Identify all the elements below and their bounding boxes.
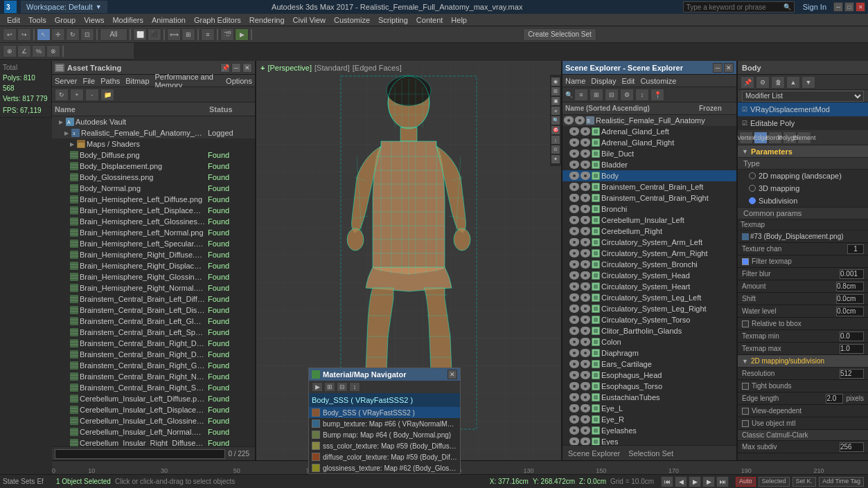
viewport-perspective[interactable]: [Perspective] — [267, 64, 312, 72]
viewport-standard[interactable]: [Standard] — [315, 64, 350, 72]
modifier-entry-vray[interactable]: ☑ VRayDisplacementMod — [738, 102, 868, 116]
select-all-btn[interactable]: All — [100, 28, 127, 41]
element-btn[interactable]: Element — [797, 132, 811, 144]
mat-tb-btn2[interactable]: ⊞ — [324, 382, 335, 392]
mat-node[interactable]: bump_texture: Map #66 ( VRayNormalMap ) — [309, 418, 460, 429]
scene-item[interactable]: Ears_Cartilage — [563, 359, 736, 370]
list-item[interactable]: Cerebellum_Insular_Left_Glossiness.png F… — [52, 415, 255, 426]
modifier-entry-editable-poly[interactable]: ☑ Editable Poly — [738, 116, 868, 130]
tex-chain-input[interactable] — [847, 244, 864, 254]
scene-item[interactable]: Circulatory_System_Leg_Left — [563, 292, 736, 303]
mod-move-up-btn[interactable]: ▲ — [786, 76, 800, 89]
asset-menu-bitmap[interactable]: Bitmap — [125, 77, 149, 85]
scene-item[interactable]: Body — [563, 170, 736, 181]
scene-item[interactable]: S Realistic_Female_Full_Anatomy — [563, 115, 736, 126]
mat-tb-btn1[interactable]: ▶ — [312, 382, 323, 392]
scene-menu-edit[interactable]: Edit — [621, 77, 635, 85]
list-item[interactable]: Brainstem_Central_Brain_Right_Normal.png… — [52, 371, 255, 382]
list-item[interactable]: ▶ 3 Realistic_Female_Full_Anatomy_max_vr… — [52, 127, 255, 138]
type-subdiv-option[interactable]: Subdivision — [738, 195, 868, 207]
prev-frame-btn[interactable]: ◀ — [675, 476, 687, 487]
scene-menu-name[interactable]: Name — [565, 77, 585, 85]
list-item[interactable]: Body_Displacement.png Found — [52, 161, 255, 172]
scene-item[interactable]: Eyes — [563, 436, 736, 445]
goto-end-btn[interactable]: ⏭ — [716, 476, 729, 487]
list-item[interactable]: Brain_Hemisphere_Left_Normal.png Found — [52, 227, 255, 238]
scene-item[interactable]: Circulatory_System_Leg_Right — [563, 303, 736, 314]
filter-texmap-checkbox[interactable] — [742, 258, 749, 265]
scale-button[interactable]: ⊡ — [80, 28, 94, 41]
asset-menu-server[interactable]: Server — [55, 77, 77, 85]
scene-item[interactable]: Circulatory_System_Head — [563, 270, 736, 281]
next-frame-btn[interactable]: ▶ — [702, 476, 715, 487]
scene-options-btn[interactable]: ⚙ — [620, 89, 634, 101]
play-btn[interactable]: ▶ — [689, 476, 701, 487]
water-level-input[interactable] — [836, 307, 864, 316]
list-item[interactable]: Body_Normal.png Found — [52, 183, 255, 194]
workspace-label[interactable]: Workspace: Default ▼ — [21, 1, 107, 13]
scene-item[interactable]: Circulatory_System_Bronchi — [563, 259, 736, 270]
menu-graph-editors[interactable]: Graph Editors — [190, 16, 245, 24]
scene-item[interactable]: Bile_Duct — [563, 148, 736, 159]
scene-item[interactable]: Bladder — [563, 159, 736, 170]
asset-add-btn[interactable]: + — [70, 89, 84, 101]
viewport-icon-2[interactable]: ⊞ — [551, 87, 560, 96]
relative-bbox-checkbox[interactable] — [742, 320, 749, 327]
asset-menu-paths[interactable]: Paths — [100, 77, 120, 85]
layer-manager-btn[interactable]: ≡ — [201, 28, 215, 41]
menu-scripting[interactable]: Scripting — [374, 16, 412, 24]
menu-modifiers[interactable]: Modifiers — [108, 16, 148, 24]
mat-tb-btn4[interactable]: ↕ — [349, 382, 360, 392]
list-item[interactable]: Brainstem_Central_Brain_Right_Displaceme… — [52, 349, 255, 360]
mod-move-down-btn[interactable]: ▼ — [801, 76, 815, 89]
viewport-plus[interactable]: + — [260, 64, 265, 72]
menu-views[interactable]: Views — [80, 16, 108, 24]
asset-menu-perf[interactable]: Performance and Memory — [155, 73, 221, 89]
mat-tb-btn3[interactable]: ⊟ — [337, 382, 348, 392]
sets-label[interactable]: Sets — [21, 478, 35, 485]
mod-pin-btn[interactable]: 📌 — [741, 76, 754, 89]
scene-item[interactable]: Colon — [563, 336, 736, 347]
pin-button[interactable]: 📌 — [220, 63, 230, 73]
select-region-btn[interactable]: ⬜ — [133, 28, 147, 41]
list-item[interactable]: Brain_Hemisphere_Right_Displacement.png … — [52, 260, 255, 271]
scene-item-list[interactable]: S Realistic_Female_Full_Anatomy Adrenal_… — [563, 115, 736, 445]
scene-filter-btn[interactable]: ≡ — [574, 89, 588, 101]
filter-blur-input[interactable] — [840, 269, 864, 279]
scene-item[interactable]: Circulatory_System_Heart — [563, 281, 736, 292]
list-item[interactable]: Brainstem_Central_Brain_Right_Glossiness… — [52, 360, 255, 371]
viewport-icon-7[interactable]: ↕ — [551, 136, 560, 144]
shift-input[interactable] — [836, 294, 864, 304]
close-button[interactable]: ✕ — [856, 2, 865, 12]
snap-btn[interactable]: ⊕ — [3, 45, 17, 57]
add-time-tag-btn[interactable]: Add Time Tag — [819, 477, 864, 487]
mat-node[interactable]: Body_SSS ( VRayFastSSS2 ) — [309, 407, 460, 418]
list-item[interactable]: Brain_Hemisphere_Left_Specular.png Found — [52, 238, 255, 249]
render-setup-btn[interactable]: 🎬 — [220, 28, 234, 41]
menu-tools[interactable]: Tools — [24, 16, 51, 24]
menu-civil-view[interactable]: Civil View — [289, 16, 330, 24]
list-item[interactable]: Cerebellum_Insular_Left_Displacement.png… — [52, 404, 255, 415]
texmap-min-input[interactable] — [840, 332, 864, 341]
list-item[interactable]: Cerebellum_Insular_Left_Diffuse.png Foun… — [52, 393, 255, 404]
scene-collapse-btn[interactable]: ⊟ — [605, 89, 619, 101]
mat-close-btn[interactable]: ✕ — [448, 370, 457, 379]
minimize-button[interactable]: ─ — [833, 2, 843, 12]
redo-button[interactable]: ↪ — [17, 28, 31, 41]
asset-list[interactable]: ▶ A Autodesk Vault ▶ 3 Realistic_Female_… — [52, 116, 255, 446]
scene-item[interactable]: Brainstem_Central_Brain_Left — [563, 181, 736, 192]
menu-edit[interactable]: Edit — [3, 16, 24, 24]
scene-item[interactable]: Cerebellum_Right — [563, 226, 736, 237]
list-item[interactable]: Brain_Hemisphere_Left_Glossiness.png Fou… — [52, 216, 255, 227]
align-btn[interactable]: ⊞ — [181, 28, 195, 41]
edge-length-input[interactable] — [826, 394, 843, 404]
list-item[interactable]: Brainstem_Central_Brain_Right_Diffuse.pn… — [52, 338, 255, 349]
viewport-icon-9[interactable]: ✦ — [551, 155, 560, 163]
list-item[interactable]: Brain_Hemisphere_Right_Diffuse.png Found — [52, 249, 255, 260]
list-item[interactable]: ▶ A Autodesk Vault — [52, 116, 255, 127]
scene-item[interactable]: Eye_L — [563, 403, 736, 414]
scene-menu-display[interactable]: Display — [591, 77, 616, 85]
list-item[interactable]: Brainstem_Central_Brain_Right_Specular.p… — [52, 382, 255, 393]
list-item[interactable]: Brain_Hemisphere_Left_Displacement.png F… — [52, 205, 255, 216]
amount-input[interactable] — [836, 282, 864, 291]
